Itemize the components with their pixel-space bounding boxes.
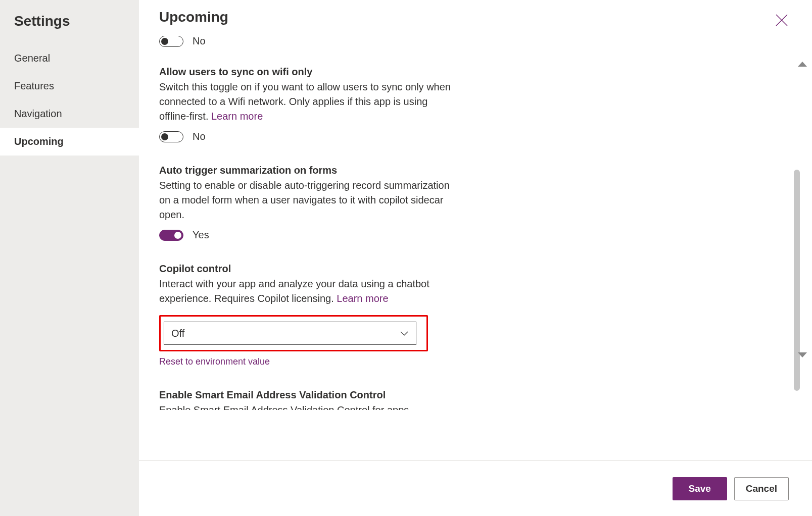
header: Upcoming (139, 0, 812, 25)
sidebar-item-label: Navigation (14, 108, 62, 119)
scroll-down-button[interactable] (790, 351, 812, 358)
copilot-select-value: Off (171, 328, 184, 339)
auto-summarize-toggle[interactable] (159, 230, 183, 241)
smart-email-desc: Enable Smart Email Address Validation Co… (159, 403, 452, 410)
settings-content: No Allow users to sync on wifi only Swit… (159, 36, 676, 410)
sidebar-item-features[interactable]: Features (0, 72, 139, 100)
smart-email-title: Enable Smart Email Address Validation Co… (159, 389, 452, 401)
wifi-sync-title: Allow users to sync on wifi only (159, 66, 452, 78)
svg-marker-3 (798, 352, 807, 357)
triangle-up-icon (797, 61, 808, 68)
save-button[interactable]: Save (673, 477, 727, 500)
copilot-desc: Interact with your app and analyze your … (159, 277, 452, 306)
wifi-sync-desc: Switch this toggle on if you want to all… (159, 80, 452, 124)
sidebar: Settings General Features Navigation Upc… (0, 0, 139, 516)
toggle-label: Yes (193, 229, 209, 241)
copilot-title: Copilot control (159, 263, 452, 275)
toggle-label: No (193, 131, 206, 142)
copilot-select[interactable]: Off (164, 322, 416, 345)
svg-marker-2 (798, 62, 807, 67)
footer: Save Cancel (139, 460, 812, 516)
wifi-sync-learn-more-link[interactable]: Learn more (211, 111, 263, 122)
wifi-sync-toggle[interactable] (159, 131, 183, 142)
scroll-up-button[interactable] (790, 61, 812, 68)
copilot-highlight: Off (159, 315, 428, 351)
copilot-learn-more-link[interactable]: Learn more (337, 293, 388, 304)
sidebar-item-label: Features (14, 80, 54, 91)
sidebar-item-navigation[interactable]: Navigation (0, 100, 139, 128)
main-panel: Upcoming No Allow users to sync on wifi … (139, 0, 812, 516)
sidebar-item-upcoming[interactable]: Upcoming (0, 128, 139, 156)
copilot-reset-link[interactable]: Reset to environment value (159, 356, 452, 367)
sidebar-item-label: Upcoming (14, 136, 64, 147)
sidebar-title: Settings (0, 9, 139, 44)
page-title: Upcoming (159, 9, 792, 25)
chevron-down-icon (400, 330, 409, 336)
cancel-button[interactable]: Cancel (734, 477, 789, 500)
toggle-label: No (193, 36, 206, 47)
auto-summarize-title: Auto trigger summarization on forms (159, 165, 452, 176)
sidebar-item-label: General (14, 53, 50, 64)
auto-summarize-desc: Setting to enable or disable auto-trigge… (159, 178, 452, 222)
triangle-down-icon (797, 351, 808, 358)
sidebar-item-general[interactable]: General (0, 44, 139, 72)
unknown-toggle[interactable] (159, 36, 183, 47)
